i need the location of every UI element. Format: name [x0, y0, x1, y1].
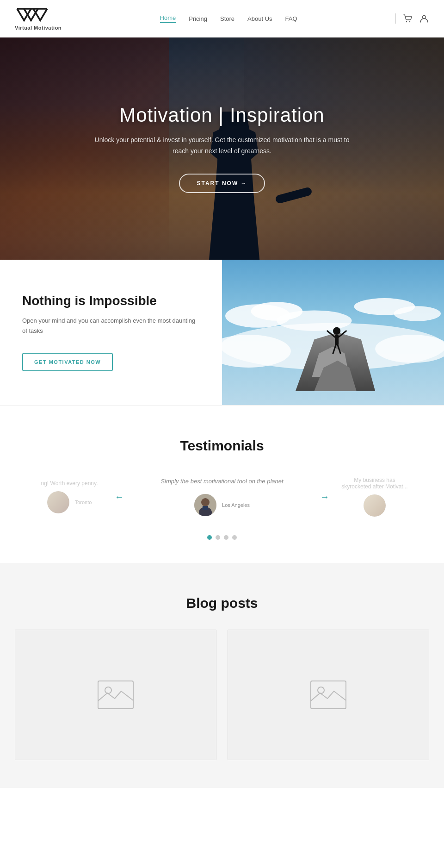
brand-name: Virtual Motivation — [15, 25, 62, 31]
testimonial-right-avatar — [364, 494, 386, 517]
svg-rect-28 — [311, 681, 346, 709]
svg-point-27 — [105, 687, 111, 693]
testimonials-section: Testimonials ng! Worth every penny. Toro… — [0, 405, 444, 563]
svg-rect-25 — [203, 506, 208, 510]
dot-2[interactable] — [216, 535, 220, 540]
hero-content: Motivation | Inspiration Unlock your pot… — [81, 104, 363, 193]
testimonial-center-avatar — [194, 494, 216, 516]
svg-rect-17 — [335, 335, 339, 345]
split-section: Nothing is Impossible Open your mind and… — [0, 260, 444, 405]
nav-actions — [395, 13, 429, 24]
testimonial-right-text: My business has skyrocketed after Motiva… — [340, 477, 409, 490]
dot-4[interactable] — [232, 535, 237, 540]
testimonial-left-text: ng! Worth every penny. — [35, 480, 104, 487]
svg-point-29 — [318, 687, 324, 693]
hero-subtitle: Unlock your potential & invest in yourse… — [92, 135, 352, 157]
blog-card-1[interactable] — [15, 630, 216, 760]
svg-point-16 — [333, 327, 340, 335]
hero-title: Motivation | Inspiration — [92, 104, 352, 126]
testimonial-left-location: Toronto — [75, 500, 92, 505]
testimonial-center-author: Los Angeles — [142, 494, 302, 516]
testimonial-center-location: Los Angeles — [222, 502, 250, 508]
hero-cta-button[interactable]: START NOW → — [179, 174, 265, 193]
svg-point-9 — [394, 306, 441, 321]
blog-image-1 — [15, 630, 216, 760]
image-placeholder-icon-2 — [310, 680, 347, 710]
split-cta-button[interactable]: GET MOTIVATED NOW — [22, 353, 113, 371]
logo-icon — [15, 6, 52, 24]
blog-grid — [15, 630, 429, 760]
blog-section: Blog posts — [0, 563, 444, 788]
testimonial-right-preview: My business has skyrocketed after Motiva… — [333, 477, 416, 517]
image-placeholder-icon-1 — [97, 680, 134, 710]
svg-point-1 — [406, 21, 407, 22]
blog-image-2 — [228, 630, 429, 760]
testimonials-slider: ng! Worth every penny. Toronto ← Simply … — [0, 477, 444, 517]
prev-arrow[interactable]: ← — [111, 488, 128, 505]
split-desc: Open your mind and you can accomplish ev… — [22, 316, 200, 336]
testimonial-left-avatar — [47, 491, 69, 513]
testimonial-center: Simply the best motivational tool on the… — [128, 478, 316, 516]
cart-icon[interactable] — [402, 13, 413, 24]
svg-point-2 — [409, 21, 410, 22]
split-right — [222, 260, 444, 405]
testimonial-left-author: Toronto — [35, 491, 104, 513]
next-arrow[interactable]: → — [316, 488, 333, 505]
testimonial-center-text: Simply the best motivational tool on the… — [142, 478, 302, 485]
svg-point-23 — [201, 498, 210, 506]
split-left: Nothing is Impossible Open your mind and… — [0, 260, 222, 405]
nav-about[interactable]: About Us — [247, 15, 272, 22]
nav-links: Home Pricing Store About Us FAQ — [160, 14, 297, 23]
nav-divider — [395, 13, 396, 24]
testimonial-left-preview: ng! Worth every penny. Toronto — [28, 480, 111, 513]
nav-home[interactable]: Home — [160, 14, 176, 23]
navbar: Virtual Motivation Home Pricing Store Ab… — [0, 0, 444, 37]
mountain-scene-svg — [222, 260, 444, 405]
nav-faq[interactable]: FAQ — [285, 15, 297, 22]
slider-dots — [0, 535, 444, 540]
user-icon[interactable] — [419, 13, 429, 24]
dot-1[interactable] — [207, 535, 212, 540]
nav-pricing[interactable]: Pricing — [189, 15, 207, 22]
hero-section: Motivation | Inspiration Unlock your pot… — [0, 37, 444, 260]
logo[interactable]: Virtual Motivation — [15, 6, 62, 31]
blog-title: Blog posts — [15, 595, 429, 611]
testimonials-title: Testimonials — [0, 438, 444, 454]
blog-card-2[interactable] — [228, 630, 429, 760]
nav-store[interactable]: Store — [220, 15, 234, 22]
split-title: Nothing is Impossible — [22, 293, 200, 308]
testimonial-right-author — [340, 494, 409, 517]
dot-3[interactable] — [224, 535, 228, 540]
svg-rect-26 — [98, 681, 133, 709]
